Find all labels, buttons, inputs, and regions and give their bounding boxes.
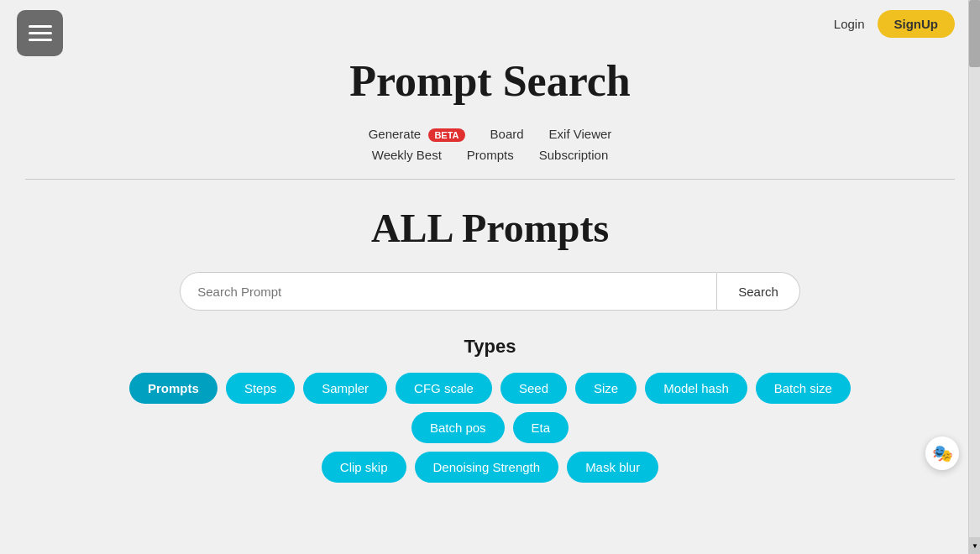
type-btn-clip-skip[interactable]: Clip skip: [322, 452, 406, 483]
type-btn-prompts[interactable]: Prompts: [129, 373, 217, 404]
nav-exif-viewer[interactable]: Exif Viewer: [549, 127, 612, 141]
types-title: Types: [0, 336, 980, 358]
type-btn-batch-pos[interactable]: Batch pos: [411, 412, 505, 443]
search-button[interactable]: Search: [717, 272, 800, 311]
type-btn-denoising-strength[interactable]: Denoising Strength: [415, 452, 559, 483]
login-button[interactable]: Login: [834, 17, 865, 31]
hamburger-button[interactable]: [17, 10, 63, 56]
scrollbar-thumb[interactable]: [969, 0, 980, 67]
nav-board[interactable]: Board: [490, 127, 524, 141]
type-btn-steps[interactable]: Steps: [226, 373, 295, 404]
nav-prompts[interactable]: Prompts: [467, 148, 514, 162]
nav-weekly-best[interactable]: Weekly Best: [372, 148, 442, 162]
type-btn-batch-size[interactable]: Batch size: [756, 373, 851, 404]
all-prompts-title: ALL Prompts: [0, 205, 980, 251]
type-btn-mask-blur[interactable]: Mask blur: [567, 452, 658, 483]
type-btn-seed[interactable]: Seed: [500, 373, 567, 404]
nav-generate[interactable]: Generate BETA: [369, 127, 465, 141]
search-input[interactable]: [180, 272, 717, 311]
nav-divider: [25, 179, 955, 180]
type-btn-eta[interactable]: Eta: [513, 412, 569, 443]
type-btn-size[interactable]: Size: [575, 373, 637, 404]
hamburger-line-2: [29, 32, 52, 34]
beta-badge: BETA: [428, 128, 464, 142]
type-btn-cfg-scale[interactable]: CFG scale: [396, 373, 492, 404]
hamburger-line-1: [29, 25, 52, 28]
page-title: Prompt Search: [0, 56, 980, 106]
nav-subscription[interactable]: Subscription: [539, 148, 609, 162]
main-nav: Generate BETA Board Exif Viewer Weekly B…: [0, 127, 980, 162]
header-right: Login SignUp: [834, 10, 955, 38]
scrollbar-arrow-down[interactable]: ▼: [969, 537, 980, 554]
types-row-1: Prompts Steps Sampler CFG scale Seed Siz…: [0, 373, 980, 443]
types-section: Types Prompts Steps Sampler CFG scale Se…: [0, 336, 980, 483]
type-btn-model-hash[interactable]: Model hash: [645, 373, 747, 404]
search-container: Search: [163, 272, 818, 311]
header: Login SignUp: [0, 0, 980, 48]
scrollbar[interactable]: ▼: [968, 0, 980, 554]
nav-row-1: Generate BETA Board Exif Viewer: [369, 127, 612, 141]
signup-button[interactable]: SignUp: [878, 10, 956, 38]
type-btn-sampler[interactable]: Sampler: [303, 373, 387, 404]
types-row-2: Clip skip Denoising Strength Mask blur: [0, 452, 980, 483]
chat-icon[interactable]: 🎭: [925, 436, 959, 470]
nav-row-2: Weekly Best Prompts Subscription: [372, 148, 609, 162]
hamburger-line-3: [29, 39, 52, 41]
chat-icon-symbol: 🎭: [932, 443, 953, 463]
